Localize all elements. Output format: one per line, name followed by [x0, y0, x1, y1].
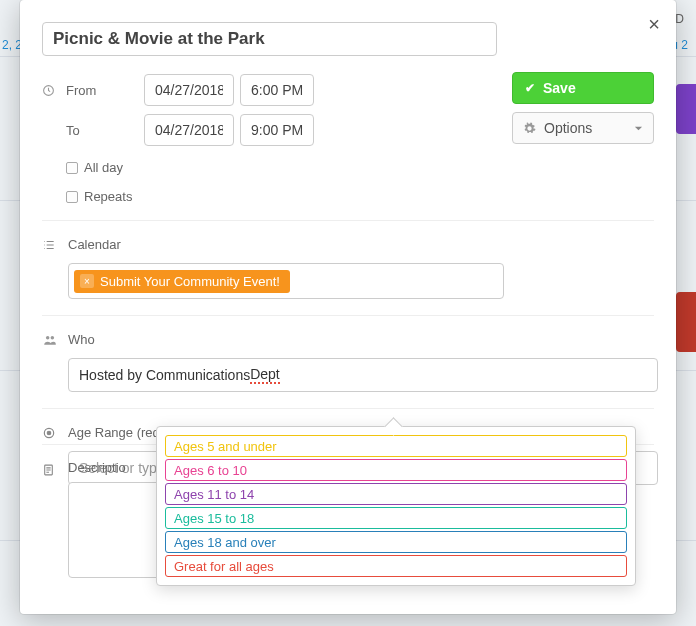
from-date-input[interactable] — [144, 74, 234, 106]
document-icon — [42, 460, 60, 478]
age-option[interactable]: Ages 5 and under — [165, 435, 627, 457]
event-title-input[interactable] — [42, 22, 497, 56]
calendar-tag-label: Submit Your Community Event! — [100, 274, 280, 289]
save-button[interactable]: ✔ Save — [512, 72, 654, 104]
who-label: Who — [68, 332, 95, 347]
allday-label: All day — [84, 160, 123, 175]
svg-point-4 — [47, 431, 51, 435]
save-button-label: Save — [543, 80, 576, 96]
options-button-label: Options — [544, 120, 592, 136]
from-time-input[interactable] — [240, 74, 314, 106]
age-option[interactable]: Ages 11 to 14 — [165, 483, 627, 505]
age-option[interactable]: Ages 15 to 18 — [165, 507, 627, 529]
list-icon — [42, 235, 60, 253]
calendar-tag: × Submit Your Community Event! — [74, 270, 290, 293]
close-icon[interactable]: × — [648, 14, 660, 34]
allday-checkbox[interactable] — [66, 162, 78, 174]
who-text: Hosted by Communications — [79, 367, 250, 383]
gear-icon — [523, 122, 536, 135]
people-icon — [42, 330, 60, 348]
from-label: From — [66, 83, 144, 98]
age-range-dropdown: Ages 5 and under Ages 6 to 10 Ages 11 to… — [156, 426, 636, 586]
age-option[interactable]: Ages 6 to 10 — [165, 459, 627, 481]
calendar-label: Calendar — [68, 237, 121, 252]
tag-remove-icon[interactable]: × — [80, 274, 94, 288]
event-modal: × From To ✔ Save Options — [20, 0, 676, 614]
clock-icon — [42, 84, 66, 97]
repeats-checkbox[interactable] — [66, 191, 78, 203]
who-mispelled: Dept — [250, 366, 280, 384]
repeats-label: Repeats — [84, 189, 132, 204]
age-option[interactable]: Ages 18 and over — [165, 531, 627, 553]
to-label: To — [66, 123, 144, 138]
caret-down-icon — [634, 124, 643, 133]
svg-point-2 — [51, 336, 55, 340]
calendar-field[interactable]: × Submit Your Community Event! — [68, 263, 504, 299]
age-option[interactable]: Great for all ages — [165, 555, 627, 577]
check-icon: ✔ — [525, 81, 535, 95]
target-icon — [42, 423, 60, 441]
to-time-input[interactable] — [240, 114, 314, 146]
who-input[interactable]: Hosted by Communications Dept — [68, 358, 658, 392]
svg-point-1 — [46, 336, 50, 340]
options-button[interactable]: Options — [512, 112, 654, 144]
to-date-input[interactable] — [144, 114, 234, 146]
description-label: Descriptio — [68, 460, 126, 475]
